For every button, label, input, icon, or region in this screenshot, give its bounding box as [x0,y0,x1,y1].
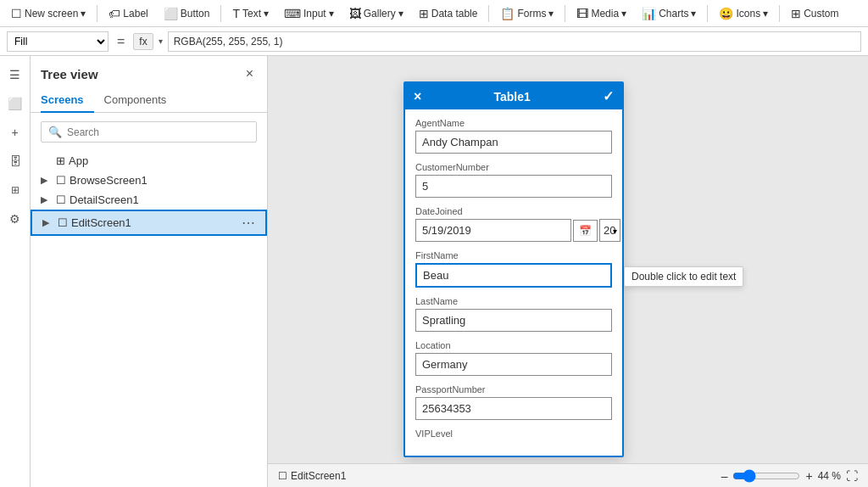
chevron-down-icon: ▾ [81,8,86,20]
data-table-button[interactable]: ⊞ Data table [413,4,484,23]
chevron-down-icon4: ▾ [398,8,403,20]
edit-screen-label: EditScreen1 [71,216,238,229]
text-button[interactable]: T Text ▾ [226,4,275,23]
input-button[interactable]: ⌨ Input ▾ [278,4,340,23]
field-agent-name: AgentName [415,118,612,154]
tooltip: Double click to edit text [624,266,743,287]
search-input[interactable] [67,126,249,138]
close-sidebar-button[interactable]: × [242,64,257,83]
field-passport-number: PassportNumber [415,384,612,420]
search-icon: 🔍 [48,126,62,138]
location-label: Location [415,340,612,350]
settings-icon[interactable]: ⚙ [3,207,27,231]
components-icon[interactable]: ⊞ [3,178,27,202]
separator4 [565,5,565,22]
button-icon: ⬜ [164,7,178,20]
custom-icon: ⊞ [791,7,801,20]
button-button[interactable]: ⬜ Button [158,4,216,23]
tree-item-browse-screen[interactable]: ▶ ☐ BrowseScreen1 [31,171,267,190]
first-name-input[interactable] [415,263,612,288]
gallery-button[interactable]: 🖼 Gallery ▾ [343,4,409,23]
agent-name-label: AgentName [415,118,612,128]
tab-components[interactable]: Components [104,88,177,113]
formula-input[interactable] [168,31,861,52]
add-icon[interactable]: + [3,120,27,144]
fullscreen-button[interactable]: ⛶ [846,469,858,483]
forms-button[interactable]: 📋 Forms ▾ [494,4,559,23]
tab-screens[interactable]: Screens [41,88,94,113]
table-dialog: × Table1 ✓ AgentName CustomerNumber [403,81,624,457]
media-button[interactable]: 🎞 Media ▾ [570,4,632,23]
bottom-screen-label: EditScreen1 [291,470,346,482]
chevron-down-icon2: ▾ [264,8,269,20]
tree-item-detail-screen[interactable]: ▶ ☐ DetailScreen1 [31,190,267,210]
dialog-confirm-area: ✓ [603,88,614,104]
charts-button[interactable]: 📊 Charts ▾ [636,4,702,23]
data-icon[interactable]: 🗄 [3,149,27,173]
bottom-bar: ☐ EditScreen1 – + 44 % ⛶ [268,463,868,487]
tree-item-app[interactable]: ⊞ App [31,151,267,171]
customer-number-label: CustomerNumber [415,162,612,172]
fx-button[interactable]: fx [133,33,153,50]
zoom-slider[interactable] [732,469,800,483]
last-name-input[interactable] [415,309,612,332]
label-button[interactable]: 🏷 Label [103,4,153,23]
separator [97,5,97,22]
field-first-name: FirstName [415,250,612,288]
icons-icon: 😀 [719,7,733,20]
detail-screen-label: DetailScreen1 [70,193,257,206]
vip-level-label: VIPLevel [415,428,612,439]
gallery-icon: 🖼 [349,7,361,20]
app-label: App [69,154,257,167]
passport-number-input[interactable] [415,397,612,420]
time-hour-select[interactable]: 20 [599,219,620,242]
browse-screen-label: BrowseScreen1 [70,174,257,187]
calendar-button[interactable]: 📅 [573,220,598,242]
canvas: × Table1 ✓ AgentName CustomerNumber [268,56,868,487]
hamburger-icon[interactable]: ☰ [3,63,27,87]
dialog-title: Table1 [494,90,531,104]
screens-icon[interactable]: ⬜ [3,92,27,115]
date-joined-input[interactable] [415,219,571,242]
icons-button[interactable]: 😀 Icons ▾ [713,4,774,23]
chevron-down-icon7: ▾ [691,8,696,20]
sidebar-tabs: Screens Components [31,88,267,113]
zoom-minus-button[interactable]: – [721,469,728,483]
date-joined-label: DateJoined [415,206,612,216]
bottom-screen-icon: ☐ [278,470,287,482]
text-icon: T [232,7,240,20]
separator6 [779,5,780,22]
field-customer-number: CustomerNumber [415,162,612,198]
agent-name-input[interactable] [415,131,612,154]
separator3 [488,5,489,22]
zoom-level: 44 % [818,470,841,482]
chevron-down-icon8: ▾ [763,8,768,20]
charts-icon: 📊 [642,7,656,20]
more-options-icon[interactable]: ⋯ [242,215,255,231]
tree-item-edit-screen[interactable]: ▶ ☐ EditScreen1 ⋯ [31,210,267,236]
date-row: 📅 20 ▾ 00 ▾ [415,219,612,242]
sidebar: Tree view × Screens Components 🔍 ⊞ App ▶… [31,56,268,487]
dialog-close-icon[interactable]: × [414,89,421,104]
field-last-name: LastName [415,296,612,332]
toolbar: ☐ New screen ▾ 🏷 Label ⬜ Button T Text ▾… [0,0,868,27]
dialog-body: AgentName CustomerNumber DateJoined 📅 [405,109,622,456]
first-name-label: FirstName [415,250,612,260]
location-input[interactable] [415,353,612,376]
separator2 [220,5,221,22]
data-table-icon: ⊞ [419,7,429,20]
forms-icon: 📋 [500,7,515,20]
input-icon: ⌨ [284,7,301,20]
chevron-down-icon5: ▾ [548,8,554,20]
zoom-plus-button[interactable]: + [805,469,812,483]
dialog-titlebar: × Table1 ✓ [405,83,622,109]
sidebar-header: Tree view × [31,56,267,88]
new-screen-button[interactable]: ☐ New screen ▾ [5,4,92,23]
media-icon: 🎞 [576,7,588,20]
dialog-check-icon[interactable]: ✓ [603,88,614,104]
dialog-close-area: × [414,89,421,104]
custom-button[interactable]: ⊞ Custom [785,4,844,23]
customer-number-input[interactable] [415,175,612,198]
field-date-joined: DateJoined 📅 20 ▾ 00 [415,206,612,242]
fill-select[interactable]: Fill [7,31,108,52]
